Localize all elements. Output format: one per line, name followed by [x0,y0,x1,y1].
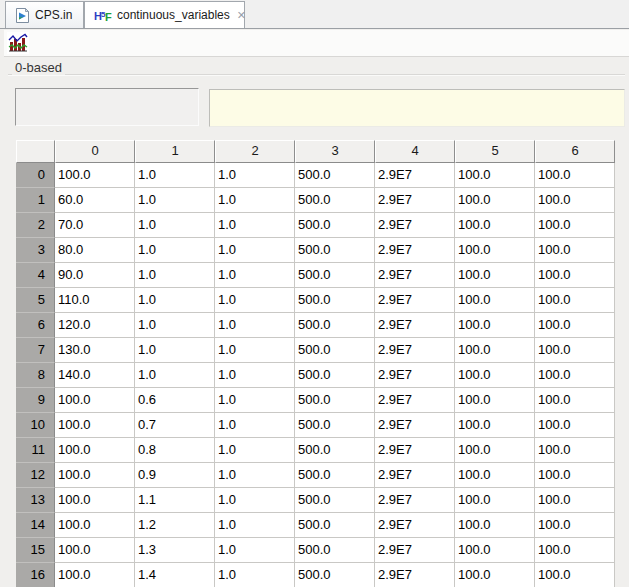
table-cell-8-3[interactable]: 500.0 [295,363,375,388]
table-cell-14-0[interactable]: 100.0 [55,513,135,538]
table-cell-1-1[interactable]: 1.0 [135,188,215,213]
table-cell-0-1[interactable]: 1.0 [135,163,215,188]
table-cell-7-4[interactable]: 2.9E7 [375,338,455,363]
table-cell-3-0[interactable]: 80.0 [55,238,135,263]
table-cell-5-6[interactable]: 100.0 [535,288,615,313]
table-cell-2-0[interactable]: 70.0 [55,213,135,238]
table-cell-14-5[interactable]: 100.0 [455,513,535,538]
plot-chart-button[interactable] [7,32,29,54]
table-cell-10-3[interactable]: 500.0 [295,413,375,438]
table-cell-13-1[interactable]: 1.1 [135,488,215,513]
table-cell-10-4[interactable]: 2.9E7 [375,413,455,438]
table-cell-13-6[interactable]: 100.0 [535,488,615,513]
table-cell-7-2[interactable]: 1.0 [215,338,295,363]
tab-cps-in[interactable]: CPS.in [5,1,84,28]
table-cell-12-3[interactable]: 500.0 [295,463,375,488]
table-cell-5-2[interactable]: 1.0 [215,288,295,313]
close-icon[interactable]: ✕ [237,10,246,21]
table-cell-2-5[interactable]: 100.0 [455,213,535,238]
table-cell-12-0[interactable]: 100.0 [55,463,135,488]
table-cell-9-0[interactable]: 100.0 [55,388,135,413]
table-cell-10-0[interactable]: 100.0 [55,413,135,438]
table-cell-16-4[interactable]: 2.9E7 [375,563,455,587]
table-cell-3-5[interactable]: 100.0 [455,238,535,263]
table-cell-6-4[interactable]: 2.9E7 [375,313,455,338]
table-cell-5-0[interactable]: 110.0 [55,288,135,313]
table-cell-9-1[interactable]: 0.6 [135,388,215,413]
table-cell-13-3[interactable]: 500.0 [295,488,375,513]
table-cell-6-2[interactable]: 1.0 [215,313,295,338]
table-cell-7-5[interactable]: 100.0 [455,338,535,363]
table-cell-2-6[interactable]: 100.0 [535,213,615,238]
table-cell-15-5[interactable]: 100.0 [455,538,535,563]
table-cell-16-0[interactable]: 100.0 [55,563,135,587]
table-cell-3-3[interactable]: 500.0 [295,238,375,263]
table-cell-13-4[interactable]: 2.9E7 [375,488,455,513]
table-cell-7-6[interactable]: 100.0 [535,338,615,363]
table-cell-3-2[interactable]: 1.0 [215,238,295,263]
table-cell-12-6[interactable]: 100.0 [535,463,615,488]
row-header-5[interactable]: 5 [16,288,55,313]
row-header-11[interactable]: 11 [16,438,55,463]
table-cell-6-6[interactable]: 100.0 [535,313,615,338]
table-cell-15-3[interactable]: 500.0 [295,538,375,563]
table-cell-12-5[interactable]: 100.0 [455,463,535,488]
row-header-14[interactable]: 14 [16,513,55,538]
table-cell-0-6[interactable]: 100.0 [535,163,615,188]
table-cell-0-4[interactable]: 2.9E7 [375,163,455,188]
table-cell-9-2[interactable]: 1.0 [215,388,295,413]
column-header-3[interactable]: 3 [295,140,375,163]
table-cell-9-3[interactable]: 500.0 [295,388,375,413]
table-cell-4-1[interactable]: 1.0 [135,263,215,288]
table-cell-4-4[interactable]: 2.9E7 [375,263,455,288]
table-cell-10-2[interactable]: 1.0 [215,413,295,438]
table-cell-13-0[interactable]: 100.0 [55,488,135,513]
table-cell-7-1[interactable]: 1.0 [135,338,215,363]
row-header-8[interactable]: 8 [16,363,55,388]
table-cell-5-4[interactable]: 2.9E7 [375,288,455,313]
table-cell-5-5[interactable]: 100.0 [455,288,535,313]
table-cell-15-4[interactable]: 2.9E7 [375,538,455,563]
table-cell-14-4[interactable]: 2.9E7 [375,513,455,538]
selection-field[interactable] [15,88,199,126]
table-cell-13-5[interactable]: 100.0 [455,488,535,513]
table-cell-15-0[interactable]: 100.0 [55,538,135,563]
table-cell-11-1[interactable]: 0.8 [135,438,215,463]
table-cell-4-3[interactable]: 500.0 [295,263,375,288]
row-header-6[interactable]: 6 [16,313,55,338]
table-cell-4-2[interactable]: 1.0 [215,263,295,288]
table-cell-7-3[interactable]: 500.0 [295,338,375,363]
row-header-3[interactable]: 3 [16,238,55,263]
table-cell-1-4[interactable]: 2.9E7 [375,188,455,213]
table-cell-16-2[interactable]: 1.0 [215,563,295,587]
table-cell-4-6[interactable]: 100.0 [535,263,615,288]
table-cell-11-0[interactable]: 100.0 [55,438,135,463]
table-cell-12-4[interactable]: 2.9E7 [375,463,455,488]
cell-value-field[interactable] [209,89,625,127]
table-cell-11-5[interactable]: 100.0 [455,438,535,463]
table-cell-16-6[interactable]: 100.0 [535,563,615,587]
table-cell-12-1[interactable]: 0.9 [135,463,215,488]
table-cell-6-0[interactable]: 120.0 [55,313,135,338]
table-cell-2-3[interactable]: 500.0 [295,213,375,238]
table-cell-10-6[interactable]: 100.0 [535,413,615,438]
table-cell-0-0[interactable]: 100.0 [55,163,135,188]
column-header-2[interactable]: 2 [215,140,295,163]
table-cell-15-2[interactable]: 1.0 [215,538,295,563]
table-cell-9-4[interactable]: 2.9E7 [375,388,455,413]
table-cell-0-2[interactable]: 1.0 [215,163,295,188]
table-cell-10-1[interactable]: 0.7 [135,413,215,438]
row-header-1[interactable]: 1 [16,188,55,213]
table-cell-8-4[interactable]: 2.9E7 [375,363,455,388]
table-cell-6-1[interactable]: 1.0 [135,313,215,338]
table-cell-15-1[interactable]: 1.3 [135,538,215,563]
table-cell-9-5[interactable]: 100.0 [455,388,535,413]
table-cell-16-5[interactable]: 100.0 [455,563,535,587]
table-cell-9-6[interactable]: 100.0 [535,388,615,413]
table-cell-1-2[interactable]: 1.0 [215,188,295,213]
table-cell-11-2[interactable]: 1.0 [215,438,295,463]
table-cell-0-3[interactable]: 500.0 [295,163,375,188]
table-cell-0-5[interactable]: 100.0 [455,163,535,188]
row-header-12[interactable]: 12 [16,463,55,488]
table-cell-11-3[interactable]: 500.0 [295,438,375,463]
